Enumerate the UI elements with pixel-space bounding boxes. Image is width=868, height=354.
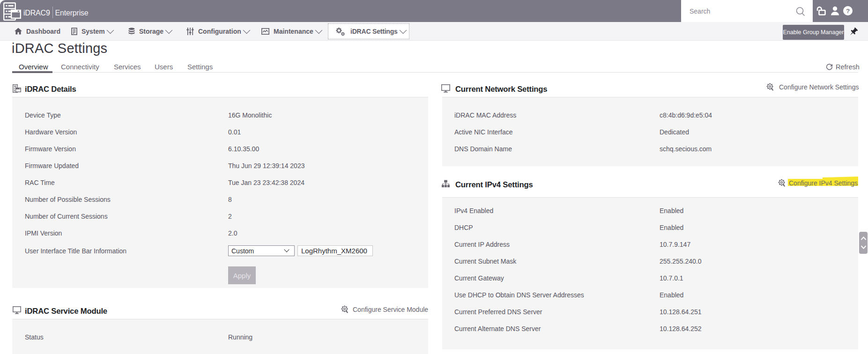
svg-text:?: ? <box>846 7 850 15</box>
